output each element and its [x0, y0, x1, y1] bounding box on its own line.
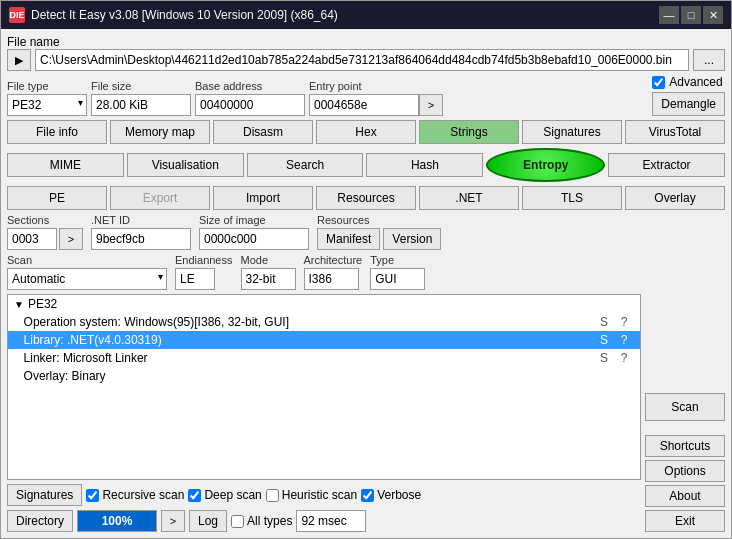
tls-button[interactable]: TLS [522, 186, 622, 210]
file-info-button[interactable]: File info [7, 120, 107, 144]
export-button[interactable]: Export [110, 186, 210, 210]
pe-button[interactable]: PE [7, 186, 107, 210]
result-linker-item: Linker: Microsoft Linker S ? [8, 349, 640, 367]
architecture-value: I386 [304, 268, 359, 290]
result-pe32-text: PE32 [28, 297, 634, 311]
maximize-button[interactable]: □ [681, 6, 701, 24]
shortcuts-button[interactable]: Shortcuts [645, 435, 725, 457]
sections-label: Sections [7, 214, 83, 226]
mode-value: 32-bit [241, 268, 296, 290]
signatures-bottom-button[interactable]: Signatures [7, 484, 82, 506]
file-type-select-wrapper: PE32 [7, 94, 87, 116]
file-size-label: File size [91, 80, 191, 92]
directory-button[interactable]: Directory [7, 510, 73, 532]
extractor-button[interactable]: Extractor [608, 153, 725, 177]
all-types-label[interactable]: All types [231, 514, 292, 528]
log-button[interactable]: Log [189, 510, 227, 532]
disasm-button[interactable]: Disasm [213, 120, 313, 144]
size-of-image-label: Size of image [199, 214, 309, 226]
scan-button[interactable]: Scan [645, 393, 725, 421]
right-panel-buttons: Scan Shortcuts Options About Exit [645, 254, 725, 532]
heuristic-scan-label[interactable]: Heuristic scan [266, 488, 357, 502]
exit-button[interactable]: Exit [645, 510, 725, 532]
size-of-image-group: Size of image 0000c000 [199, 214, 309, 250]
resources-section-group: Resources Manifest Version [317, 214, 441, 250]
virustotal-button[interactable]: VirusTotal [625, 120, 725, 144]
visualisation-button[interactable]: Visualisation [127, 153, 244, 177]
file-type-select[interactable]: PE32 [7, 94, 87, 116]
resources-button[interactable]: Resources [316, 186, 416, 210]
result-os-type: S [594, 315, 614, 329]
main-content: File name ▶ ... File type PE32 [1, 29, 731, 538]
result-library-type: S [594, 333, 614, 347]
progress-bar: 100% [77, 510, 157, 532]
window-title: Detect It Easy v3.08 [Windows 10 Version… [31, 8, 659, 22]
import-button[interactable]: Import [213, 186, 313, 210]
net-id-label: .NET ID [91, 214, 191, 226]
scan-label: Scan [7, 254, 167, 266]
sections-row: Sections 0003 > .NET ID 9becf9cb Size of… [7, 214, 725, 250]
manifest-button[interactable]: Manifest [317, 228, 380, 250]
progress-arrow-button[interactable]: > [161, 510, 185, 532]
browse-button[interactable]: ... [693, 49, 725, 71]
recursive-scan-text: Recursive scan [102, 488, 184, 502]
file-path-input[interactable] [35, 49, 689, 71]
type-group: Type GUI [370, 254, 425, 290]
file-path-arrow-button[interactable]: ▶ [7, 49, 31, 71]
search-button[interactable]: Search [247, 153, 364, 177]
recursive-scan-checkbox[interactable] [86, 489, 99, 502]
about-button[interactable]: About [645, 485, 725, 507]
tree-spacer-2 [14, 335, 20, 346]
advanced-checkbox[interactable] [652, 76, 665, 89]
memory-map-button[interactable]: Memory map [110, 120, 210, 144]
size-of-image-value: 0000c000 [199, 228, 309, 250]
entry-point-row: 0004658e > [309, 94, 443, 116]
mime-button[interactable]: MIME [7, 153, 124, 177]
demangle-button[interactable]: Demangle [652, 92, 725, 116]
version-button[interactable]: Version [383, 228, 441, 250]
file-type-label: File type [7, 80, 87, 92]
progress-fill: 100% [78, 511, 156, 531]
recursive-scan-label[interactable]: Recursive scan [86, 488, 184, 502]
scan-results-area: Scan Automatic Endianness LE Mode [7, 254, 725, 532]
result-os-item: Operation system: Windows(95)[I386, 32-b… [8, 313, 640, 331]
time-display: 92 msec [296, 510, 366, 532]
strings-button[interactable]: Strings [419, 120, 519, 144]
hash-button[interactable]: Hash [366, 153, 483, 177]
advanced-check-label[interactable]: Advanced [652, 75, 725, 89]
tree-spacer-4 [14, 371, 20, 382]
minimize-button[interactable]: — [659, 6, 679, 24]
heuristic-scan-checkbox[interactable] [266, 489, 279, 502]
mode-label: Mode [241, 254, 296, 266]
type-value: GUI [370, 268, 425, 290]
scan-select[interactable]: Automatic [7, 268, 167, 290]
results-panel[interactable]: ▼ PE32 Operation system: Windows(95)[I38… [7, 294, 641, 480]
entropy-button[interactable]: Entropy [486, 148, 605, 182]
hex-button[interactable]: Hex [316, 120, 416, 144]
deep-scan-label[interactable]: Deep scan [188, 488, 261, 502]
entry-point-button[interactable]: > [419, 94, 443, 116]
tool-row-2: MIME Visualisation Search Hash Entropy E… [7, 148, 725, 182]
verbose-label[interactable]: Verbose [361, 488, 421, 502]
close-button[interactable]: ✕ [703, 6, 723, 24]
scan-select-wrapper: Automatic [7, 268, 167, 290]
signatures-button[interactable]: Signatures [522, 120, 622, 144]
entry-point-value: 0004658e [309, 94, 419, 116]
net-id-group: .NET ID 9becf9cb [91, 214, 191, 250]
sections-arrow-button[interactable]: > [59, 228, 83, 250]
deep-scan-text: Deep scan [204, 488, 261, 502]
result-linker-q: ? [614, 351, 634, 365]
all-types-checkbox[interactable] [231, 515, 244, 528]
verbose-checkbox[interactable] [361, 489, 374, 502]
dotnet-button[interactable]: .NET [419, 186, 519, 210]
advanced-section: Advanced Demangle [652, 75, 725, 116]
result-overlay-item: Overlay: Binary [8, 367, 640, 385]
tree-spacer-3 [14, 353, 20, 364]
tool-row-1: File info Memory map Disasm Hex Strings … [7, 120, 725, 144]
deep-scan-checkbox[interactable] [188, 489, 201, 502]
result-library-item[interactable]: Library: .NET(v4.0.30319) S ? [8, 331, 640, 349]
overlay-button[interactable]: Overlay [625, 186, 725, 210]
type-label: Type [370, 254, 425, 266]
left-scan-area: Scan Automatic Endianness LE Mode [7, 254, 641, 532]
options-button[interactable]: Options [645, 460, 725, 482]
